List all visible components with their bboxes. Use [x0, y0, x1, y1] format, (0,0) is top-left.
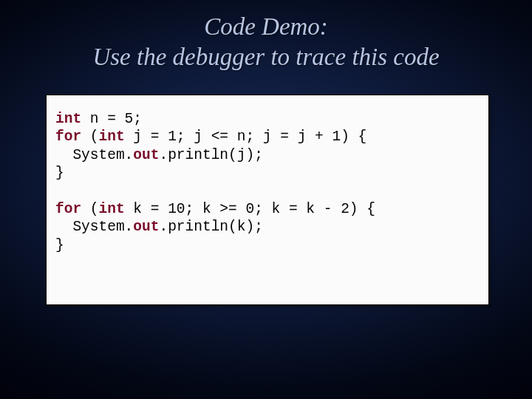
title-line-1: Code Demo:: [204, 13, 328, 40]
keyword-int: int: [99, 129, 125, 145]
code-text: }: [55, 165, 64, 181]
code-text: .println(k);: [159, 219, 262, 235]
keyword-int: int: [55, 111, 81, 127]
code-text: n = 5;: [81, 111, 142, 127]
code-text: k = 10; k >= 0; k = k - 2) {: [125, 201, 375, 217]
code-text: System.: [55, 219, 133, 235]
code-block: int n = 5; for (int j = 1; j <= n; j = j…: [55, 110, 480, 254]
keyword-out: out: [133, 219, 159, 235]
code-box: int n = 5; for (int j = 1; j <= n; j = j…: [46, 95, 489, 305]
title-line-2: Use the debugger to trace this code: [92, 44, 439, 70]
code-text: j = 1; j <= n; j = j + 1) {: [125, 129, 367, 145]
code-text: (: [81, 129, 98, 145]
code-text: .println(j);: [159, 147, 262, 163]
code-text: (: [81, 201, 98, 217]
code-text: System.: [55, 147, 133, 163]
slide: Code Demo: Use the debugger to trace thi…: [0, 0, 532, 399]
keyword-for: for: [55, 129, 81, 145]
keyword-out: out: [133, 147, 159, 163]
keyword-for: for: [55, 201, 81, 217]
keyword-int: int: [99, 201, 125, 217]
code-text: }: [55, 237, 64, 253]
slide-title: Code Demo: Use the debugger to trace thi…: [0, 0, 532, 73]
